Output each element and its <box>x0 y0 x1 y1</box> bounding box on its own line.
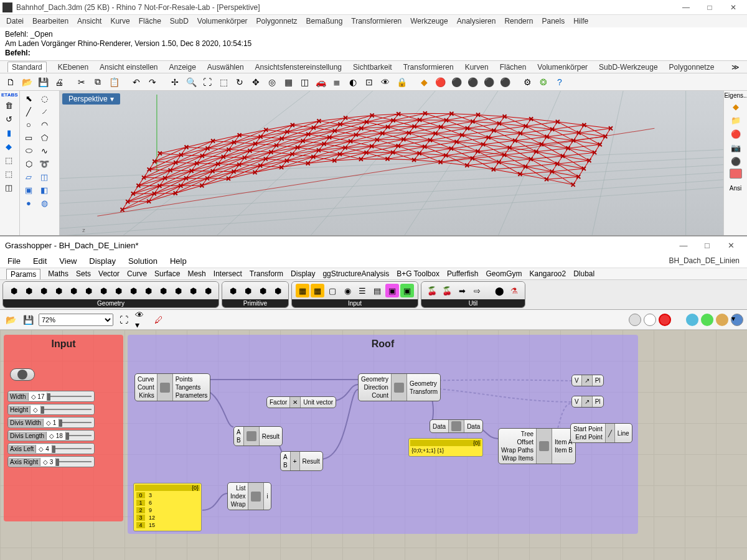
hex-icon[interactable]: ⬢ <box>82 284 95 297</box>
sq-icon[interactable]: ▦ <box>311 284 324 297</box>
solid-icon[interactable]: ◧ <box>37 184 52 196</box>
hide-icon[interactable]: 👁 <box>378 75 392 89</box>
menu-item[interactable]: Polygonnetz <box>256 17 298 26</box>
cylinder-icon[interactable]: ◍ <box>37 197 52 209</box>
gh-tab[interactable]: Dlubal <box>573 269 594 278</box>
gh-tab[interactable]: Params <box>6 269 40 279</box>
component-addition[interactable]: AB + Result <box>280 451 323 471</box>
etabs-tool-icon[interactable]: ↺ <box>1 113 16 125</box>
menu-item[interactable]: Bemaßung <box>306 17 343 26</box>
help-icon[interactable]: ? <box>553 75 566 89</box>
gh-tab[interactable]: Maths <box>48 269 68 278</box>
preview-wire-icon[interactable] <box>644 314 656 326</box>
hex-icon[interactable]: ⬢ <box>37 284 50 297</box>
open-file-icon[interactable]: 📂 <box>4 313 17 327</box>
materials-panel-icon[interactable]: ⚫ <box>728 155 743 167</box>
render-panel-icon[interactable]: 📷 <box>728 141 743 154</box>
ellipse-icon[interactable]: ⬭ <box>21 144 36 157</box>
flask-icon[interactable]: ⬤ <box>492 284 506 297</box>
print-icon[interactable]: 🖨 <box>52 75 66 89</box>
menu-item[interactable]: Volumenkörper <box>197 17 248 26</box>
hex-icon[interactable]: ⬢ <box>22 284 35 297</box>
sq-icon[interactable]: ▦ <box>296 284 309 297</box>
gh-menu-item[interactable]: File <box>7 256 21 266</box>
gh-tab[interactable]: Mesh <box>187 269 205 278</box>
component-expression[interactable]: AB Result <box>233 426 283 446</box>
redo-icon[interactable]: ↷ <box>146 75 159 89</box>
toolbar-tab[interactable]: SubD-Werkzeuge <box>599 63 658 72</box>
menu-item[interactable]: Ansicht <box>77 17 101 26</box>
open-file-icon[interactable]: 📂 <box>20 75 34 89</box>
etabs-tool-icon[interactable]: ⬚ <box>1 167 16 180</box>
gh-tab[interactable]: Sets <box>76 269 91 278</box>
minimize-button[interactable]: — <box>675 1 697 14</box>
hex-icon[interactable]: ⬢ <box>126 284 140 297</box>
number-slider[interactable]: Axis Right◇ 3 <box>7 456 95 467</box>
hex-icon[interactable]: ⬢ <box>226 284 240 297</box>
gh-tab[interactable]: Curve <box>127 269 147 278</box>
copy-icon[interactable]: ⧉ <box>91 75 105 89</box>
spiral-icon[interactable]: ➰ <box>37 157 52 170</box>
shade-icon[interactable]: ⚫ <box>449 75 463 89</box>
menu-item[interactable]: Analysieren <box>457 17 496 26</box>
tab-overflow[interactable]: ≫ <box>731 63 740 72</box>
gh-menu-item[interactable]: Solution <box>128 256 157 266</box>
rotate-view-icon[interactable]: ↻ <box>233 75 247 89</box>
toolbar-tab[interactable]: Polygonnetze <box>669 63 715 72</box>
sq-icon[interactable]: ◉ <box>341 284 354 297</box>
toolbar-tab[interactable]: Ansicht einstellen <box>100 63 157 72</box>
gh-close-button[interactable]: ✕ <box>720 239 742 251</box>
menu-item[interactable]: Transformieren <box>351 17 402 26</box>
menu-item[interactable]: Datei <box>6 17 24 26</box>
gh-panel-small[interactable]: {0} {0;0;+1;1} {1} <box>408 438 483 457</box>
layers-panel-icon[interactable]: 📁 <box>728 114 743 126</box>
gh-tab[interactable]: Kangaroo2 <box>529 269 566 278</box>
etabs-tool-icon[interactable]: ◆ <box>1 140 16 152</box>
sphere-icon[interactable]: ● <box>21 197 36 209</box>
component-list-item[interactable]: ListIndexWrap i <box>227 482 271 510</box>
sq-icon[interactable]: ☰ <box>355 284 369 297</box>
properties-icon[interactable]: ◆ <box>728 100 743 113</box>
new-file-icon[interactable]: 🗋 <box>4 75 17 89</box>
hex-icon[interactable]: ⬢ <box>241 284 255 297</box>
pan-icon[interactable]: ✥ <box>249 75 263 89</box>
paste-icon[interactable]: 📋 <box>107 75 121 89</box>
polygon-icon[interactable]: ⬠ <box>37 131 52 144</box>
gh-tab[interactable]: B+G Toolbox <box>397 269 439 278</box>
zoom-selected-icon[interactable]: ◎ <box>265 75 279 89</box>
perspective-viewport[interactable]: Perspektive▾ z <box>60 91 723 235</box>
viewport-layout-icon[interactable]: ▦ <box>281 75 295 89</box>
shade-silver-icon[interactable]: ⚫ <box>466 75 479 89</box>
sq-icon[interactable]: ▢ <box>326 284 339 297</box>
hex-icon[interactable]: ⬢ <box>52 284 65 297</box>
zoom-select[interactable]: 72% <box>39 314 113 326</box>
osnap-icon[interactable]: ⊡ <box>362 75 376 89</box>
gh-menu-item[interactable]: Display <box>89 256 116 266</box>
display-mode-icon[interactable] <box>701 314 713 326</box>
toolbar-tab[interactable]: Ansichtsfenstereinstellung <box>255 63 342 72</box>
zoom-extents-icon[interactable]: ⛶ <box>117 313 131 327</box>
grasshopper-icon[interactable]: ❂ <box>537 75 550 89</box>
number-slider[interactable]: Axis Left◇ 4 <box>7 443 95 454</box>
menu-item[interactable]: Kurve <box>110 17 129 26</box>
toolbar-tab[interactable]: Anzeige <box>169 63 195 72</box>
toolbar-tab[interactable]: Sichtbarkeit <box>353 63 392 72</box>
gh-tab[interactable]: Vector <box>98 269 120 278</box>
menu-item[interactable]: SubD <box>170 17 189 26</box>
hex-icon[interactable]: ⬢ <box>186 284 200 297</box>
menu-item[interactable]: Werkzeuge <box>410 17 448 26</box>
display-panel-icon[interactable]: 🔴 <box>728 128 743 140</box>
component-unit-vector[interactable]: Factor ✕ Unit vector <box>266 396 336 408</box>
sq-icon[interactable]: ▣ <box>400 284 414 297</box>
options-icon[interactable]: ⚙ <box>520 75 534 89</box>
toolbar-tab[interactable]: Kurven <box>465 63 489 72</box>
cut-icon[interactable]: ✂ <box>75 75 88 89</box>
hex-icon[interactable]: ⬢ <box>96 284 110 297</box>
menu-item[interactable]: Hilfe <box>573 17 588 26</box>
viewcube-icon[interactable] <box>730 169 742 179</box>
sq-icon[interactable]: ▣ <box>385 284 399 297</box>
preview-off-icon[interactable] <box>629 314 641 326</box>
zoom-in-icon[interactable]: 🔍 <box>184 75 198 89</box>
arrow-icon[interactable]: ➡ <box>455 284 469 297</box>
gh-maximize-button[interactable]: □ <box>696 239 718 251</box>
